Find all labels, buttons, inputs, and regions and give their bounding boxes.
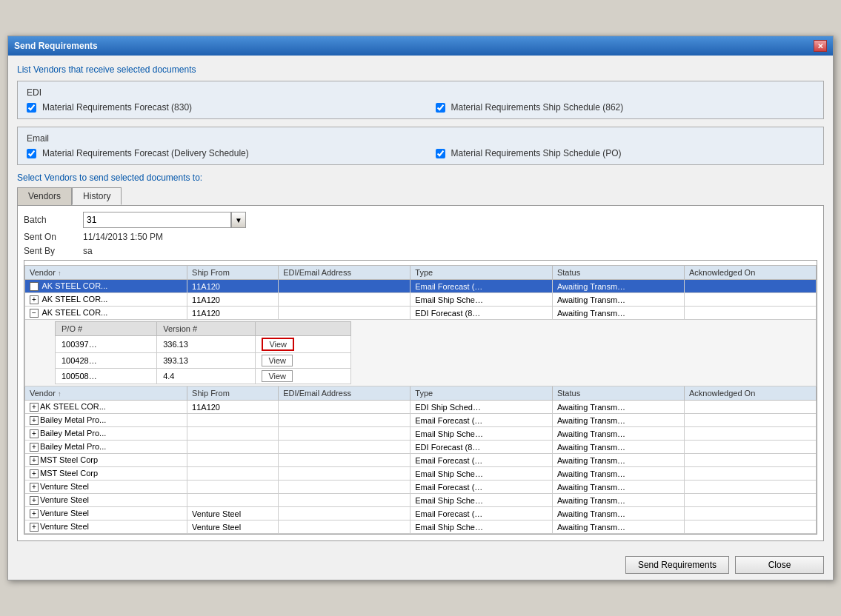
tab-history[interactable]: History — [72, 187, 122, 205]
table-row[interactable]: +AK STEEL COR... 11A120 EDI Ship Sched… … — [25, 401, 817, 414]
vendor-cell: +MST Steel Corp — [25, 467, 187, 481]
expand-icon[interactable]: + — [30, 456, 39, 465]
batch-combo: ▼ — [83, 212, 246, 228]
email-group-title: Email — [27, 133, 814, 144]
ship-from-cell: Venture Steel — [187, 520, 279, 534]
view-button[interactable]: View — [262, 355, 293, 366]
vendor-cell: +AK STEEL COR... — [25, 401, 187, 414]
acknowledged-cell — [684, 401, 816, 414]
email-forecast-checkbox[interactable] — [27, 149, 36, 158]
acknowledged-cell — [684, 454, 816, 467]
ship-from-cell — [187, 414, 279, 427]
email-group: Email Material Requirements Forecast (De… — [17, 127, 824, 165]
sub-table-row: 100397… 336.13 View — [56, 336, 351, 353]
email-ship-label: Material Requirements Ship Schedule (PO) — [451, 148, 622, 158]
batch-dropdown-btn[interactable]: ▼ — [231, 212, 246, 228]
table-row[interactable]: − AK STEEL COR... 11A120 EDI Forecast (8… — [25, 307, 817, 320]
window-title: Send Requirements — [14, 41, 98, 51]
table-row[interactable]: AK STEEL COR... 11A120 Email Forecast (…… — [25, 280, 817, 293]
title-bar: Send Requirements ✕ — [8, 36, 833, 56]
table-row[interactable]: + AK STEEL COR... 11A120 Email Ship Sche… — [25, 293, 817, 307]
expand-icon[interactable]: + — [30, 403, 39, 412]
col-status: Status — [552, 266, 684, 280]
email-ship-checkbox[interactable] — [436, 149, 445, 158]
table-row[interactable]: +Bailey Metal Pro... EDI Forecast (8… Aw… — [25, 441, 817, 454]
edi-ship-checkbox[interactable] — [436, 103, 445, 113]
edi-email-cell — [279, 427, 410, 441]
table-header-row-2: Vendor ↑ Ship From EDI/Email Address Typ… — [25, 386, 817, 401]
send-requirements-button[interactable]: Send Requirements — [625, 556, 729, 574]
table-row[interactable]: +Venture Steel Email Forecast (… Awaitin… — [25, 481, 817, 494]
edi-email-cell — [279, 441, 410, 454]
version-cell: 393.13 — [157, 353, 256, 369]
edi-ship-label: Material Requirements Ship Schedule (862… — [451, 102, 624, 113]
expand-icon[interactable] — [30, 282, 39, 291]
col-edi-email-2: EDI/Email Address — [279, 386, 410, 401]
table-row[interactable]: +MST Steel Corp Email Ship Sche… Awaitin… — [25, 467, 817, 481]
table-row[interactable]: +Venture Steel Venture Steel Email Ship … — [25, 520, 817, 534]
expand-icon[interactable]: + — [30, 523, 39, 532]
sent-on-row: Sent On 11/14/2013 1:50 PM — [24, 232, 817, 242]
status-cell: Awaiting Transm… — [552, 427, 684, 441]
window-body: List Vendors that receive selected docum… — [8, 56, 833, 550]
email-ship-row: Material Requirements Ship Schedule (PO) — [436, 148, 815, 158]
edi-email-cell — [279, 414, 410, 427]
expand-icon[interactable]: + — [30, 469, 39, 478]
vendor-cell: +Venture Steel — [25, 481, 187, 494]
table-row[interactable]: +Venture Steel Venture Steel Email Forec… — [25, 507, 817, 520]
sub-col-po: P/O # — [56, 322, 157, 336]
batch-input[interactable] — [83, 212, 231, 228]
vendor-cell: + AK STEEL COR... — [25, 293, 187, 307]
edi-email-cell — [279, 494, 410, 507]
sub-table-row: 100428… 393.13 View — [56, 353, 351, 369]
view-button[interactable]: View — [262, 338, 294, 351]
edi-forecast-checkbox[interactable] — [27, 103, 36, 113]
close-button[interactable]: ✕ — [814, 40, 827, 52]
close-button[interactable]: Close — [735, 556, 824, 574]
expand-icon[interactable]: + — [30, 509, 39, 518]
status-cell: Awaiting Transm… — [552, 414, 684, 427]
status-cell: Awaiting Transm… — [552, 293, 684, 307]
type-cell: Email Ship Sche… — [410, 520, 553, 534]
sent-by-label: Sent By — [24, 246, 83, 256]
vendor-cell: +Venture Steel — [25, 494, 187, 507]
view-cell: View — [256, 369, 351, 384]
edi-group-title: EDI — [27, 87, 814, 98]
table-row[interactable]: +Bailey Metal Pro... Email Ship Sche… Aw… — [25, 427, 817, 441]
type-cell: Email Forecast (… — [410, 481, 553, 494]
ship-from-cell: 11A120 — [187, 307, 279, 320]
collapse-icon[interactable]: − — [30, 309, 39, 318]
expand-icon[interactable]: + — [30, 416, 39, 425]
sent-on-label: Sent On — [24, 232, 83, 242]
po-cell: 100397… — [56, 336, 157, 353]
col-status-2: Status — [552, 386, 684, 401]
table-row[interactable]: +Venture Steel Email Ship Sche… Awaiting… — [25, 494, 817, 507]
main-window: Send Requirements ✕ List Vendors that re… — [7, 36, 834, 580]
vendor-cell: +Venture Steel — [25, 520, 187, 534]
expand-icon[interactable]: + — [30, 483, 39, 492]
status-cell: Awaiting Transm… — [552, 494, 684, 507]
type-cell: Email Ship Sche… — [410, 494, 553, 507]
col-ship-from-2: Ship From — [187, 386, 279, 401]
tab-vendors[interactable]: Vendors — [17, 187, 72, 205]
ship-from-cell — [187, 481, 279, 494]
status-cell: Awaiting Transm… — [552, 441, 684, 454]
acknowledged-cell — [684, 520, 816, 534]
acknowledged-cell — [684, 280, 816, 293]
tab-content: Batch ▼ Sent On 11/14/2013 1:50 PM Sent … — [17, 205, 824, 541]
table-scroll-area[interactable]: Vendor ↑ Ship From EDI/Email Address Typ… — [24, 260, 817, 535]
po-sub-table: P/O # Version # 100397… 336.13 — [55, 321, 351, 384]
expand-icon[interactable]: + — [30, 429, 39, 438]
expand-icon[interactable]: + — [30, 496, 39, 505]
table-row[interactable]: +MST Steel Corp Email Forecast (… Awaiti… — [25, 454, 817, 467]
view-button[interactable]: View — [262, 370, 293, 382]
ship-from-cell: Venture Steel — [187, 507, 279, 520]
col-vendor: Vendor ↑ — [25, 266, 187, 280]
sent-by-value: sa — [83, 246, 93, 256]
table-row[interactable]: +Bailey Metal Pro... Email Forecast (… A… — [25, 414, 817, 427]
sub-col-view — [256, 322, 351, 336]
expand-icon[interactable]: + — [30, 295, 39, 304]
type-cell: Email Forecast (… — [410, 280, 553, 293]
acknowledged-cell — [684, 481, 816, 494]
expand-icon[interactable]: + — [30, 443, 39, 452]
